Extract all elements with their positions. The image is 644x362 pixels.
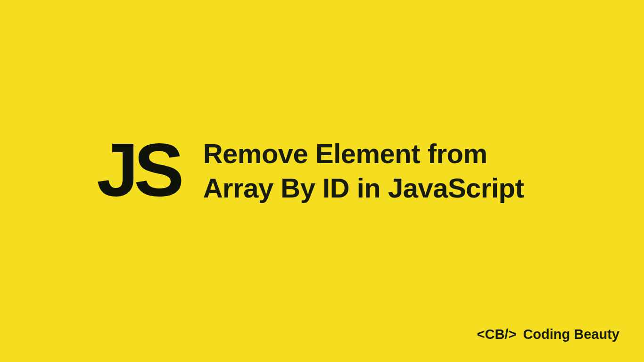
brand-footer: <CB/> Coding Beauty — [477, 327, 619, 342]
main-content: JS Remove Element from Array By ID in Ja… — [0, 132, 644, 207]
title-block: Remove Element from Array By ID in JavaS… — [203, 137, 524, 205]
title-line-1: Remove Element from — [203, 137, 524, 171]
title-line-2: Array By ID in JavaScript — [203, 171, 524, 206]
brand-tag: <CB/> — [477, 327, 517, 342]
brand-name: Coding Beauty — [523, 327, 619, 342]
js-logo: JS — [97, 132, 180, 207]
